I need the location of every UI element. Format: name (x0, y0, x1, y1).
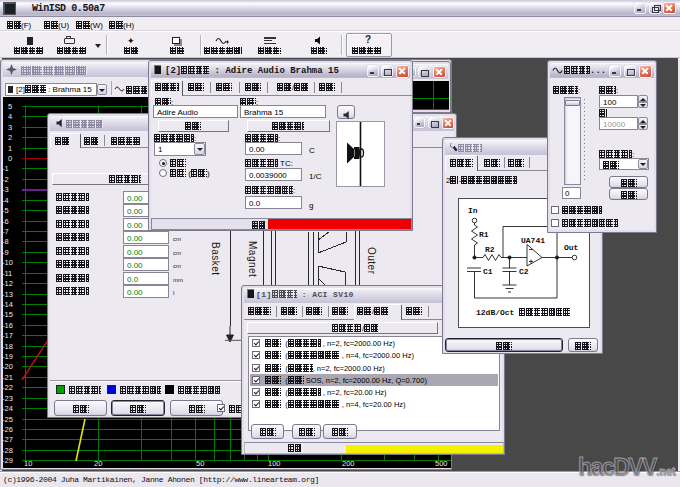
svg-text:C1: C1 (483, 267, 493, 276)
svg-text:In: In (468, 206, 478, 215)
svg-text:R2: R2 (485, 245, 495, 254)
svg-text:R1: R1 (479, 230, 489, 239)
svg-text:UA741: UA741 (521, 236, 545, 245)
svg-text:C2: C2 (519, 267, 529, 276)
svg-text:Out: Out (564, 243, 579, 252)
